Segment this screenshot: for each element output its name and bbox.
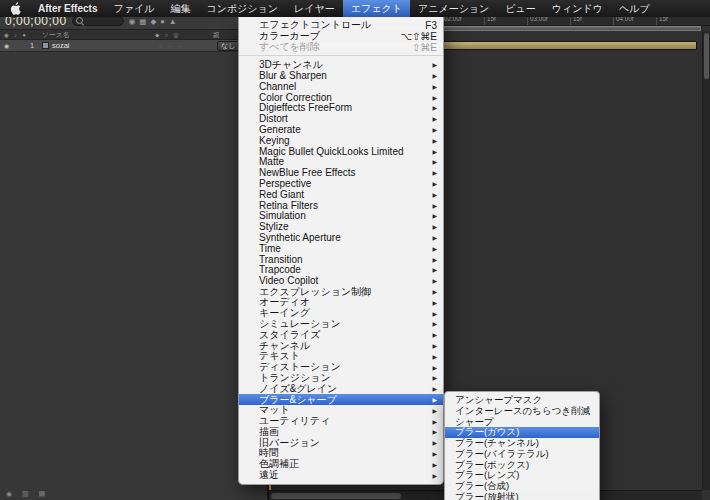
menu-item-category[interactable]: Synthetic Aperture ▶ [239,232,443,243]
menu-item-category[interactable]: Color Correction ▶ [239,92,443,103]
submenu-arrow-icon: ▶ [430,72,437,79]
menu-item-label: Perspective [259,178,425,189]
menubar-item[interactable]: エフェクト [343,0,410,17]
menu-item-category[interactable]: Magic Bullet QuickLooks Limited ▶ [239,146,443,157]
layer-source[interactable]: sozai [42,41,159,50]
timeline-layer-row[interactable]: ◉ 1 sozai ‐ ‐ ‐ なし▼ [0,40,267,52]
menubar-item[interactable]: ファイル [105,0,162,17]
menu-item-label: Generate [259,124,425,135]
menu-item-category[interactable]: Channel ▶ [239,81,443,92]
submenu-arrow-icon: ▶ [430,61,437,68]
submenu-arrow-icon: ▶ [430,180,437,187]
submenu-arrow-icon: ▶ [430,364,437,371]
menu-item-label: Color Correction [259,92,425,103]
menubar-item[interactable]: ヘルプ [611,0,658,17]
menubar-item[interactable]: コンポジション [198,0,286,17]
layer-color-chip[interactable] [42,42,49,49]
menu-item-label: Magic Bullet QuickLooks Limited [259,146,425,157]
source-name-column[interactable]: ソース名 [42,30,155,40]
submenu-arrow-icon: ▶ [430,137,437,144]
submenu-arrow-icon: ▶ [430,342,437,349]
menubar-item[interactable]: ウィンドウ [544,0,611,17]
apple-menu-icon[interactable] [0,2,30,15]
menu-item-category[interactable]: Blur & Sharpen ▶ [239,70,443,81]
search-icon [76,17,85,26]
av-column-icons: ◉ ♪ ● [0,32,30,38]
submenu-arrow-icon: ▶ [430,353,437,360]
menubar-item[interactable]: ビュー [497,0,543,17]
layer-number: 1 [30,41,42,50]
submenu-arrow-icon: ▶ [430,439,437,446]
menu-item-category[interactable]: Retina Filters ▶ [239,200,443,211]
submenu-arrow-icon: ▶ [430,212,437,219]
submenu-arrow-icon: ▶ [430,299,437,306]
menu-item-label: Simulation [259,210,425,221]
menu-item-category[interactable]: Simulation ▶ [239,211,443,222]
timeline-bottom-toggles[interactable]: ◉ ▥ ▤ [6,490,49,498]
submenu-arrow-icon: ▶ [430,310,437,317]
menu-item-category[interactable]: Stylize ▶ [239,221,443,232]
menu-item-category[interactable]: Red Giant ▶ [239,189,443,200]
menu-item-category[interactable]: Perspective ▶ [239,178,443,189]
submenu-arrow-icon: ▶ [430,223,437,230]
submenu-arrow-icon: ▶ [430,83,437,90]
menu-item-label: Matte [259,156,425,167]
menubar-item[interactable]: レイヤー [286,0,343,17]
layer-name: sozai [52,41,70,50]
menu-bar: After Effects ファイル 編集 コンポジション レイヤー エフェクト… [0,0,710,17]
menu-item-category[interactable]: Matte ▶ [239,157,443,168]
menu-item-label: Digieffects FreeForm [259,102,425,113]
menubar-item[interactable]: After Effects [30,0,105,17]
submenu-arrow-icon: ▶ [430,148,437,155]
submenu-arrow-icon: ▶ [430,418,437,425]
menu-item-category[interactable]: Distort ▶ [239,113,443,124]
apple-logo [10,2,21,15]
blur-sharpen-submenu: アンシャープマスク インターレースのちらつき削減 シャープ ブラー(ガウス) ブ… [444,391,600,500]
layer-switches[interactable]: ‐ ‐ ‐ [159,43,217,49]
menu-item-label: Transition [259,254,425,265]
submenu-arrow-icon: ▶ [430,450,437,457]
menu-item-category[interactable]: Time ▶ [239,243,443,254]
menubar-item[interactable]: アニメーション [410,0,497,17]
menu-item-label: Blur & Sharpen [259,70,425,81]
menu-item-category[interactable]: 3Dチャンネル ▶ [239,59,443,70]
submenu-arrow-icon: ▶ [430,407,437,414]
submenu-arrow-icon: ▶ [430,320,437,327]
submenu-arrow-icon: ▶ [430,234,437,241]
menu-item[interactable]: すべてを削除 ⇧⌘E [239,42,443,53]
menu-item-label: すべてを削除 [259,40,404,54]
menu-item-label: Retina Filters [259,200,425,211]
switches-column-icons: ◆ ○ ◎ [155,32,213,38]
menu-item-label: Synthetic Aperture [259,232,425,243]
submenu-arrow-icon: ▶ [430,245,437,252]
submenu-arrow-icon: ▶ [430,461,437,468]
submenu-arrow-icon: ▶ [430,256,437,263]
menu-item-label: Time [259,243,425,254]
submenu-arrow-icon: ▶ [430,158,437,165]
submenu-arrow-icon: ▶ [430,94,437,101]
submenu-arrow-icon: ▶ [430,202,437,209]
layer-visibility-icon[interactable]: ◉ [0,42,30,49]
submenu-arrow-icon: ▶ [430,169,437,176]
submenu-arrow-icon: ▶ [430,126,437,133]
menubar-item[interactable]: 編集 [162,0,198,17]
menu-item-category[interactable]: NewBlue Free Effects ▶ [239,167,443,178]
menu-item-label: NewBlue Free Effects [259,167,425,178]
timeline-toolbar-icons[interactable]: ◉ ▦ ◆ ● ▲ [129,17,178,26]
submenu-arrow-icon: ▶ [430,374,437,381]
timeline-column-headers: ◉ ♪ ● ソース名 ◆ ○ ◎ 親 [0,30,267,40]
submenu-arrow-icon: ▶ [430,288,437,295]
menu-item-category[interactable]: Transition ▶ [239,254,443,265]
menu-item-category[interactable]: 遠近 ▶ [239,470,443,481]
menu-item-shortcut: F3 [425,20,437,31]
submenu-item[interactable]: ブラー(放射状) [445,492,599,500]
menu-item-category[interactable]: Trapcode ▶ [239,265,443,276]
submenu-arrow-icon: ▶ [430,104,437,111]
vertical-scrollbar[interactable] [702,31,710,490]
menu-item-label: Distort [259,113,425,124]
menu-item-category[interactable]: Keying ▶ [239,135,443,146]
menu-item-category[interactable]: Digieffects FreeForm ▶ [239,103,443,114]
timeline-search-input[interactable] [72,16,124,26]
menu-item-label: Red Giant [259,189,425,200]
menu-item-category[interactable]: Generate ▶ [239,124,443,135]
